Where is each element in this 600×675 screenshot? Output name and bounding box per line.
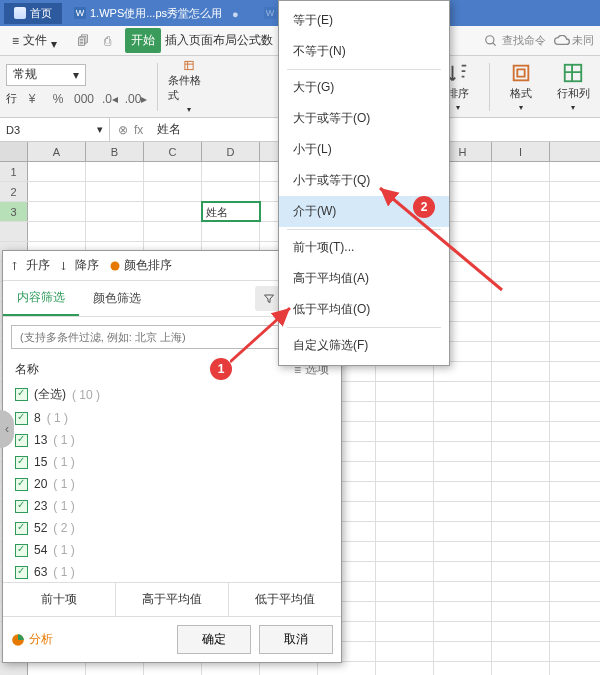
filter-item-label: 15 — [34, 455, 47, 469]
filter-item[interactable]: 23 ( 1 ) — [15, 495, 329, 517]
filter-item[interactable]: 20 ( 1 ) — [15, 473, 329, 495]
tab-color-filter[interactable]: 颜色筛选 — [79, 282, 155, 315]
word-icon: W — [264, 7, 276, 19]
filter-item-count: ( 10 ) — [72, 388, 100, 402]
analyze-button[interactable]: 分析 — [11, 631, 53, 648]
checkbox-icon[interactable] — [15, 456, 28, 469]
conditional-format-icon — [178, 60, 200, 71]
increase-decimal-icon[interactable]: .00▸ — [125, 88, 147, 110]
decrease-decimal-icon[interactable]: .0◂ — [99, 88, 121, 110]
stat-above-avg[interactable]: 高于平均值 — [116, 583, 229, 616]
menu-item-greater[interactable]: 大于(G) — [279, 72, 449, 103]
annotation-arrow-2 — [372, 180, 512, 300]
filter-item-label: 8 — [34, 411, 41, 425]
active-cell[interactable]: 姓名 — [202, 202, 260, 221]
sort-desc-button[interactable]: 降序 — [60, 257, 99, 274]
filter-item-count: ( 2 ) — [53, 521, 74, 535]
svg-point-4 — [111, 261, 120, 270]
filter-item-count: ( 1 ) — [53, 433, 74, 447]
col-header[interactable]: C — [144, 142, 202, 161]
filter-item[interactable]: 52 ( 2 ) — [15, 517, 329, 539]
svg-line-6 — [230, 308, 290, 362]
stat-below-avg[interactable]: 低于平均值 — [229, 583, 341, 616]
menu-item-less[interactable]: 小于(L) — [279, 134, 449, 165]
menu-item-equals[interactable]: 等于(E) — [279, 5, 449, 36]
sort-desc-icon — [60, 260, 72, 272]
search-icon — [484, 34, 498, 48]
fx-icon[interactable]: fx — [134, 123, 143, 137]
select-all-corner[interactable] — [0, 142, 28, 161]
tab-home[interactable]: 首页 — [4, 3, 62, 24]
cancel-button[interactable]: 取消 — [259, 625, 333, 654]
col-header[interactable]: A — [28, 142, 86, 161]
currency-icon[interactable]: ¥ — [21, 88, 43, 110]
row-header[interactable]: 3 — [0, 202, 28, 221]
row-header[interactable]: 2 — [0, 182, 28, 201]
filter-item-count: ( 1 ) — [53, 455, 74, 469]
checkbox-icon[interactable] — [15, 434, 28, 447]
print-icon[interactable]: ⎙ — [97, 31, 117, 51]
col-header[interactable]: B — [86, 142, 144, 161]
checkbox-icon[interactable] — [15, 500, 28, 513]
filter-item[interactable]: 15 ( 1 ) — [15, 451, 329, 473]
filter-item-label: (全选) — [34, 386, 66, 403]
menu-item-not-equals[interactable]: 不等于(N) — [279, 36, 449, 67]
rowcol-icon — [562, 62, 584, 84]
svg-rect-1 — [185, 61, 193, 69]
search-command[interactable]: 查找命令 — [484, 33, 546, 48]
cancel-fx-icon[interactable]: ⊗ — [118, 123, 128, 137]
ok-button[interactable]: 确定 — [177, 625, 251, 654]
filter-item-label: 63 — [34, 565, 47, 579]
filter-item[interactable]: 8 ( 1 ) — [15, 407, 329, 429]
filter-item-list: (全选) ( 10 )8 ( 1 )13 ( 1 )15 ( 1 )20 ( 1… — [3, 382, 341, 582]
col-header[interactable]: D — [202, 142, 260, 161]
ribbon-tabs-rest[interactable]: 插入页面布局公式数 — [163, 28, 275, 53]
palette-icon — [109, 260, 121, 272]
filter-item-count: ( 1 ) — [53, 565, 74, 579]
checkbox-icon[interactable] — [15, 478, 28, 491]
stat-top10[interactable]: 前十项 — [3, 583, 116, 616]
sort-asc-button[interactable]: 升序 — [11, 257, 50, 274]
cloud-sync[interactable]: 未同 — [554, 33, 594, 48]
filter-item[interactable]: 54 ( 1 ) — [15, 539, 329, 561]
color-sort-button[interactable]: 颜色排序 — [109, 257, 172, 274]
row-header[interactable]: 1 — [0, 162, 28, 181]
checkbox-icon[interactable] — [15, 522, 28, 535]
annotation-arrow-1 — [230, 302, 310, 372]
pie-icon — [11, 633, 25, 647]
name-header: 名称 — [15, 361, 39, 378]
format-icon — [510, 62, 532, 84]
tab-content-filter[interactable]: 内容筛选 — [3, 281, 79, 316]
rowcol-button[interactable]: 行和列▾ — [552, 60, 594, 114]
file-menu-button[interactable]: ≡ 文件 ▾ — [6, 30, 65, 51]
comma-icon[interactable]: 000 — [73, 88, 95, 110]
word-icon: W — [74, 7, 86, 19]
number-format-combo[interactable]: 常规▾ — [6, 64, 86, 86]
format-button[interactable]: 格式▾ — [500, 60, 542, 114]
ribbon-tab-start[interactable]: 开始 — [125, 28, 161, 53]
sort-icon — [447, 62, 469, 84]
filter-item[interactable]: 63 ( 1 ) — [15, 561, 329, 582]
filter-item-count: ( 1 ) — [53, 543, 74, 557]
svg-point-0 — [486, 35, 494, 43]
conditional-format-button[interactable]: 条件格式▾ — [168, 60, 210, 114]
tab-doc-1[interactable]: W1.WPS使用...ps秀堂怎么用● — [64, 3, 252, 24]
cloud-icon — [554, 35, 570, 47]
checkbox-icon[interactable] — [15, 388, 28, 401]
percent-icon[interactable]: % — [47, 88, 69, 110]
checkbox-icon[interactable] — [15, 544, 28, 557]
filter-item-label: 54 — [34, 543, 47, 557]
filter-item-label: 20 — [34, 477, 47, 491]
checkbox-icon[interactable] — [15, 412, 28, 425]
filter-item-count: ( 1 ) — [47, 411, 68, 425]
checkbox-icon[interactable] — [15, 566, 28, 579]
filter-item[interactable]: 13 ( 1 ) — [15, 429, 329, 451]
filter-item[interactable]: (全选) ( 10 ) — [15, 382, 329, 407]
save-icon[interactable]: 🗐 — [73, 31, 93, 51]
close-icon[interactable]: ● — [232, 8, 242, 18]
menu-item-greater-eq[interactable]: 大于或等于(O) — [279, 103, 449, 134]
name-box[interactable]: D3▾ — [0, 118, 110, 141]
annotation-badge-1: 1 — [210, 358, 232, 380]
chevron-down-icon: ▾ — [51, 37, 59, 45]
col-header[interactable]: I — [492, 142, 550, 161]
